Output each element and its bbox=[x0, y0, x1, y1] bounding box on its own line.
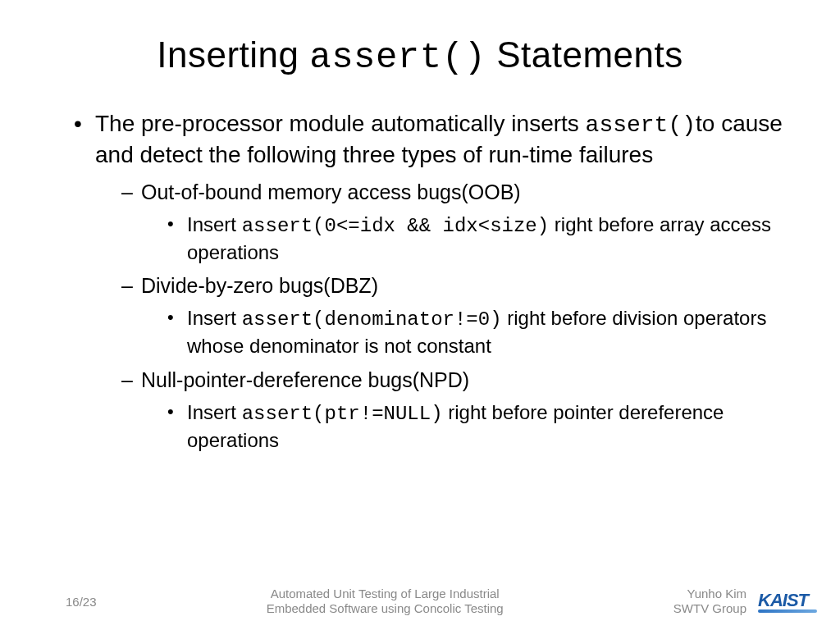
bullet-1-t1: The pre-processor module automatically i… bbox=[95, 111, 586, 136]
sub-npd-detail: Insert assert(ptr!=NULL) right before po… bbox=[167, 399, 791, 454]
footer-center-line1: Automated Unit Testing of Large Industri… bbox=[97, 587, 673, 602]
sub-oob-detail: Insert assert(0<=idx && idx<size) right … bbox=[167, 212, 791, 267]
slide-title: Inserting assert() Statements bbox=[49, 34, 791, 78]
title-part1: Inserting bbox=[157, 34, 309, 75]
title-part2: Statements bbox=[486, 34, 682, 75]
sub-list: Out-of-bound memory access bugs(OOB) Ins… bbox=[95, 179, 791, 454]
sub-dbz-detail: Insert assert(denominator!=0) right befo… bbox=[167, 305, 791, 360]
sub-oob-detail-list: Insert assert(0<=idx && idx<size) right … bbox=[141, 212, 791, 267]
page-number: 16/23 bbox=[66, 595, 97, 609]
sub-npd-t1: Insert bbox=[187, 401, 242, 423]
sub-oob-mono: assert(0<=idx && idx<size) bbox=[242, 215, 549, 237]
footer-group: SWTV Group bbox=[673, 601, 746, 617]
sub-oob-t1: Insert bbox=[187, 213, 242, 235]
sub-dbz-t1: Insert bbox=[187, 307, 242, 329]
slide: Inserting assert() Statements The pre-pr… bbox=[0, 0, 840, 630]
sub-npd-detail-list: Insert assert(ptr!=NULL) right before po… bbox=[141, 399, 791, 454]
sub-npd-mono: assert(ptr!=NULL) bbox=[242, 403, 443, 425]
sub-oob: Out-of-bound memory access bugs(OOB) Ins… bbox=[121, 179, 791, 267]
sub-dbz-label: Divide-by-zero bugs(DBZ) bbox=[141, 274, 378, 297]
kaist-logo: KAIST bbox=[758, 590, 817, 613]
footer-center-line2: Embedded Software using Concolic Testing bbox=[97, 601, 673, 617]
sub-dbz: Divide-by-zero bugs(DBZ) Insert assert(d… bbox=[121, 272, 791, 360]
sub-npd-label: Null-pointer-dereference bugs(NPD) bbox=[141, 368, 469, 391]
bullet-list: The pre-processor module automatically i… bbox=[49, 109, 791, 454]
bullet-1: The pre-processor module automatically i… bbox=[74, 109, 791, 454]
footer-center: Automated Unit Testing of Large Industri… bbox=[97, 587, 673, 618]
footer: 16/23 Automated Unit Testing of Large In… bbox=[0, 587, 840, 618]
bullet-1-mono: assert() bbox=[586, 112, 696, 138]
logo-text: KAIST bbox=[758, 590, 817, 611]
sub-npd: Null-pointer-dereference bugs(NPD) Inser… bbox=[121, 367, 791, 454]
sub-dbz-detail-list: Insert assert(denominator!=0) right befo… bbox=[141, 305, 791, 360]
sub-dbz-mono: assert(denominator!=0) bbox=[242, 308, 502, 331]
sub-oob-label: Out-of-bound memory access bugs(OOB) bbox=[141, 180, 521, 203]
footer-right: Yunho Kim SWTV Group bbox=[673, 587, 746, 618]
title-mono: assert() bbox=[309, 37, 486, 78]
footer-author: Yunho Kim bbox=[673, 587, 746, 602]
